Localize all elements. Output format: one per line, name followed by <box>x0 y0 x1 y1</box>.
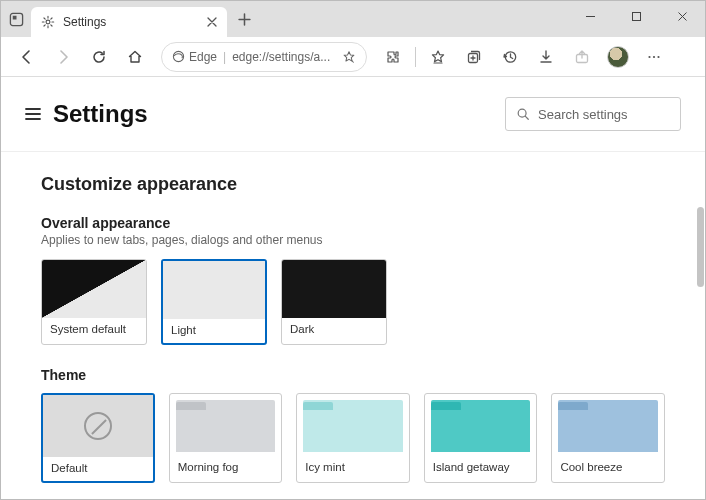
overall-title: Overall appearance <box>41 215 665 231</box>
thumbnail <box>42 260 146 318</box>
section-heading: Customize appearance <box>41 174 665 195</box>
address-bar[interactable]: Edge | edge://settings/a... <box>161 42 367 72</box>
tab-strip: Settings <box>1 1 261 37</box>
thumbnail <box>163 261 265 319</box>
theme-option-morning-fog[interactable]: Morning fog <box>169 393 283 483</box>
refresh-button[interactable] <box>83 41 115 73</box>
svg-point-10 <box>658 55 660 57</box>
settings-page: Settings Search settings Customize appea… <box>1 77 705 499</box>
back-button[interactable] <box>11 41 43 73</box>
page-body: Customize appearance Overall appearance … <box>1 152 705 483</box>
favorite-button[interactable] <box>342 50 356 64</box>
appearance-option-dark[interactable]: Dark <box>281 259 387 345</box>
avatar <box>607 46 629 68</box>
gear-icon <box>41 15 55 29</box>
extensions-button[interactable] <box>377 41 409 73</box>
plus-icon <box>238 13 251 26</box>
search-placeholder: Search settings <box>538 107 628 122</box>
scrollbar-thumb[interactable] <box>697 207 704 287</box>
search-icon <box>516 107 530 121</box>
theme-option-cool-breeze[interactable]: Cool breeze <box>551 393 665 483</box>
browser-toolbar: Edge | edge://settings/a... <box>1 37 705 77</box>
menu-toggle[interactable] <box>25 107 41 121</box>
downloads-button[interactable] <box>530 41 562 73</box>
search-input[interactable]: Search settings <box>505 97 681 131</box>
overall-subtitle: Applies to new tabs, pages, dialogs and … <box>41 233 665 247</box>
theme-option-icy-mint[interactable]: Icy mint <box>296 393 410 483</box>
settings-header: Settings Search settings <box>1 77 705 141</box>
profile-button[interactable] <box>602 41 634 73</box>
theme-title: Theme <box>41 367 665 383</box>
svg-point-9 <box>653 55 655 57</box>
tab-title: Settings <box>63 15 199 29</box>
favorites-button[interactable] <box>422 41 454 73</box>
appearance-option-light[interactable]: Light <box>161 259 267 345</box>
thumbnail <box>552 394 664 456</box>
theme-option-island-getaway[interactable]: Island getaway <box>424 393 538 483</box>
tab-actions-button[interactable] <box>1 1 31 37</box>
page-title: Settings <box>53 100 148 128</box>
forward-button[interactable] <box>47 41 79 73</box>
edge-icon <box>172 50 185 63</box>
window-controls <box>567 1 705 31</box>
close-window-button[interactable] <box>659 1 705 31</box>
svg-rect-1 <box>12 15 16 19</box>
history-button[interactable] <box>494 41 526 73</box>
thumbnail <box>43 395 153 457</box>
overall-appearance-options: System default Light Dark <box>41 259 665 345</box>
new-tab-button[interactable] <box>227 1 261 37</box>
more-button[interactable] <box>638 41 670 73</box>
appearance-option-system-default[interactable]: System default <box>41 259 147 345</box>
site-identity: Edge <box>172 50 217 64</box>
svg-point-2 <box>46 20 50 24</box>
thumbnail <box>297 394 409 456</box>
window-titlebar: Settings <box>1 1 705 37</box>
theme-options: Default Morning fog Icy mint Island geta… <box>41 393 665 483</box>
svg-rect-3 <box>632 12 640 20</box>
maximize-button[interactable] <box>613 1 659 31</box>
browser-tab-settings[interactable]: Settings <box>31 7 227 37</box>
thumbnail <box>282 260 386 318</box>
collections-button[interactable] <box>458 41 490 73</box>
minimize-button[interactable] <box>567 1 613 31</box>
thumbnail <box>425 394 537 456</box>
close-icon[interactable] <box>207 17 217 27</box>
theme-option-default[interactable]: Default <box>41 393 155 483</box>
share-button[interactable] <box>566 41 598 73</box>
svg-point-8 <box>649 55 651 57</box>
tabs-icon <box>9 12 24 27</box>
home-button[interactable] <box>119 41 151 73</box>
thumbnail <box>170 394 282 456</box>
prohibited-icon <box>84 412 112 440</box>
address-text: edge://settings/a... <box>232 50 330 64</box>
